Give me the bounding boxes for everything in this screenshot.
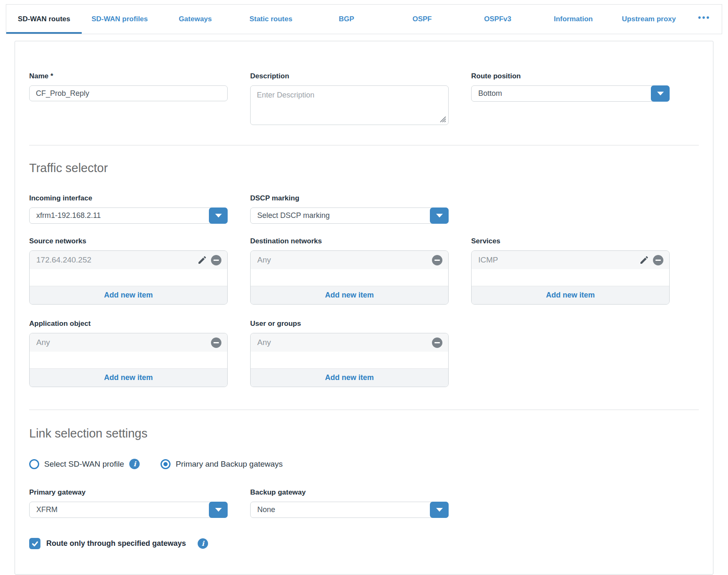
primary-gateway-value: XFRM xyxy=(30,505,227,514)
application-object-list: Any Add new item xyxy=(29,333,228,387)
list-item: 172.64.240.252 xyxy=(30,251,227,269)
list-empty-area xyxy=(251,269,448,286)
minus-circle-icon[interactable] xyxy=(211,255,221,265)
traffic-selector-heading: Traffic selector xyxy=(29,161,699,175)
destination-networks-list: Any Add new item xyxy=(250,250,449,305)
tab-bgp[interactable]: BGP xyxy=(309,5,384,34)
tab-bar: SD-WAN routes SD-WAN profiles Gateways S… xyxy=(6,4,722,34)
list-item: ICMP xyxy=(472,251,669,269)
backup-gateway-select[interactable]: None xyxy=(250,502,449,518)
route-position-select[interactable]: Bottom xyxy=(471,85,670,102)
tab-ospf[interactable]: OSPF xyxy=(384,5,460,34)
description-textarea[interactable] xyxy=(250,85,449,125)
route-only-checkbox[interactable] xyxy=(29,538,40,549)
minus-circle-icon[interactable] xyxy=(211,338,221,348)
source-networks-label: Source networks xyxy=(29,237,228,245)
name-input[interactable] xyxy=(29,85,228,101)
services-label: Services xyxy=(471,237,670,245)
tab-static-routes[interactable]: Static routes xyxy=(233,5,309,34)
minus-circle-icon[interactable] xyxy=(653,255,663,265)
add-new-item-button[interactable]: Add new item xyxy=(251,286,448,304)
incoming-interface-select[interactable]: xfrm1-192.168.2.11 xyxy=(29,208,228,224)
name-label: Name * xyxy=(29,72,228,80)
tab-more-ellipsis-icon[interactable]: ••• xyxy=(687,5,722,34)
pencil-icon[interactable] xyxy=(197,255,208,265)
tab-information[interactable]: Information xyxy=(535,5,611,34)
radio-selected-icon[interactable] xyxy=(161,459,171,469)
list-item-text: Any xyxy=(257,338,432,347)
chevron-down-icon[interactable] xyxy=(651,85,670,102)
list-empty-area xyxy=(472,269,669,286)
radio-unselected-icon[interactable] xyxy=(29,459,39,469)
destination-networks-label: Destination networks xyxy=(250,237,449,245)
dscp-marking-value: Select DSCP marking xyxy=(251,211,448,220)
list-item: Any xyxy=(30,333,227,352)
checkmark-icon xyxy=(31,540,39,548)
radio-label: Primary and Backup gateways xyxy=(176,460,283,469)
info-icon[interactable]: i xyxy=(198,538,208,549)
tab-upstream-proxy[interactable]: Upstream proxy xyxy=(611,5,687,34)
list-item-text: Any xyxy=(36,338,211,347)
chevron-down-icon[interactable] xyxy=(209,502,228,518)
incoming-interface-value: xfrm1-192.168.2.11 xyxy=(30,211,227,220)
pencil-icon[interactable] xyxy=(639,255,650,265)
tab-ospfv3[interactable]: OSPFv3 xyxy=(460,5,535,34)
route-form-card: Name * Description Route xyxy=(15,41,713,575)
radio-label: Select SD-WAN profile xyxy=(44,460,124,469)
list-item-text: Any xyxy=(257,255,432,265)
tab-sd-wan-profiles[interactable]: SD-WAN profiles xyxy=(82,5,157,34)
tab-gateways[interactable]: Gateways xyxy=(158,5,233,34)
incoming-interface-label: Incoming interface xyxy=(29,194,228,202)
backup-gateway-value: None xyxy=(251,505,448,514)
minus-circle-icon[interactable] xyxy=(432,255,442,265)
tab-sd-wan-routes[interactable]: SD-WAN routes xyxy=(6,5,82,34)
add-new-item-button[interactable]: Add new item xyxy=(30,286,227,304)
route-only-checkbox-label: Route only through specified gateways xyxy=(46,539,186,548)
add-new-item-button[interactable]: Add new item xyxy=(30,368,227,387)
user-or-groups-label: User or groups xyxy=(250,320,449,328)
backup-gateway-label: Backup gateway xyxy=(250,488,449,497)
divider xyxy=(29,145,699,145)
dscp-marking-label: DSCP marking xyxy=(250,194,449,202)
sd-wan-route-editor-page: SD-WAN routes SD-WAN profiles Gateways S… xyxy=(0,4,728,575)
chevron-down-icon[interactable] xyxy=(430,208,449,224)
source-networks-list: 172.64.240.252 Add new item xyxy=(29,250,228,305)
route-position-label: Route position xyxy=(471,72,670,80)
link-selection-settings-heading: Link selection settings xyxy=(29,427,699,440)
list-item-text: ICMP xyxy=(478,255,639,265)
chevron-down-icon[interactable] xyxy=(430,502,449,518)
services-list: ICMP Add new item xyxy=(471,250,670,305)
route-position-value: Bottom xyxy=(472,89,669,98)
list-empty-area xyxy=(30,269,227,286)
radio-select-sd-wan-profile[interactable]: Select SD-WAN profile i xyxy=(29,459,140,469)
minus-circle-icon[interactable] xyxy=(432,338,442,348)
user-or-groups-list: Any Add new item xyxy=(250,333,449,387)
application-object-label: Application object xyxy=(29,320,228,328)
add-new-item-button[interactable]: Add new item xyxy=(251,368,448,387)
description-label: Description xyxy=(250,72,449,80)
list-item: Any xyxy=(251,251,448,269)
list-item-text: 172.64.240.252 xyxy=(36,255,197,265)
resize-grip-icon[interactable] xyxy=(439,115,446,122)
list-empty-area xyxy=(251,352,448,368)
radio-primary-and-backup-gateways[interactable]: Primary and Backup gateways xyxy=(161,459,283,469)
list-empty-area xyxy=(30,352,227,368)
primary-gateway-label: Primary gateway xyxy=(29,488,228,497)
info-icon[interactable]: i xyxy=(129,459,140,469)
primary-gateway-select[interactable]: XFRM xyxy=(29,502,228,518)
chevron-down-icon[interactable] xyxy=(209,208,228,224)
add-new-item-button[interactable]: Add new item xyxy=(472,286,669,304)
list-item: Any xyxy=(251,333,448,352)
dscp-marking-select[interactable]: Select DSCP marking xyxy=(250,208,449,224)
divider xyxy=(29,410,699,410)
